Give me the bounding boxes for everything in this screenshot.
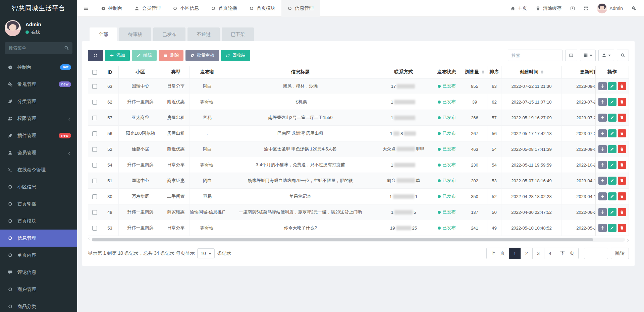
scroll-left-icon[interactable] — [88, 238, 92, 242]
columns-button[interactable] — [580, 50, 596, 61]
move-button[interactable] — [598, 114, 607, 122]
delete-row-button[interactable] — [618, 129, 626, 137]
delete-row-button[interactable] — [618, 82, 626, 90]
move-button[interactable] — [598, 177, 607, 185]
next-page-button[interactable]: 下一页 — [556, 248, 579, 259]
page-button-4[interactable]: 4 — [544, 248, 556, 259]
export-button[interactable] — [598, 50, 614, 61]
edit-row-button[interactable] — [608, 98, 616, 106]
scrollbar-thumb[interactable] — [92, 238, 593, 241]
sidebar-item-8[interactable]: 小区信息 — [0, 178, 77, 195]
column-header-created[interactable]: 创建时间 — [501, 66, 562, 78]
delete-row-button[interactable] — [618, 208, 626, 216]
move-button[interactable] — [598, 208, 607, 216]
move-button[interactable] — [598, 98, 607, 106]
batch-audit-button[interactable]: 批量审核 — [185, 50, 219, 61]
row-checkbox[interactable] — [92, 210, 97, 215]
sidebar-item-9[interactable]: 首页轮播 — [0, 195, 77, 212]
menu-toggle-button[interactable] — [77, 0, 95, 17]
edit-row-button[interactable] — [608, 192, 616, 200]
row-checkbox[interactable] — [92, 100, 97, 105]
delete-button[interactable]: 删除 — [159, 50, 183, 61]
edit-row-button[interactable] — [608, 145, 616, 153]
move-button[interactable] — [598, 145, 607, 153]
filter-tab-4[interactable]: 不通过 — [187, 27, 220, 41]
edit-row-button[interactable] — [608, 224, 616, 232]
column-header-views[interactable]: 浏览量 — [462, 66, 487, 78]
row-checkbox[interactable] — [92, 179, 97, 183]
sidebar-item-11[interactable]: 信息管理 — [0, 230, 77, 247]
move-button[interactable] — [598, 161, 607, 169]
table-search-input[interactable] — [508, 50, 562, 61]
filter-tab-2[interactable]: 待审核 — [119, 27, 151, 41]
sidebar-item-5[interactable]: 插件管理new — [0, 127, 77, 144]
nav-tab-3[interactable]: 小区信息 — [167, 0, 205, 17]
sidebar-item-3[interactable]: 分类管理 — [0, 93, 77, 110]
row-checkbox[interactable] — [92, 226, 97, 231]
filter-tab-1[interactable]: 全部 — [90, 27, 117, 41]
sidebar-item-15[interactable]: 商品分类 — [0, 298, 77, 312]
delete-row-button[interactable] — [618, 192, 626, 200]
select-all-checkbox[interactable] — [92, 70, 97, 75]
settings-button[interactable] — [627, 0, 641, 17]
delete-row-button[interactable] — [618, 224, 626, 232]
row-checkbox[interactable] — [92, 84, 97, 89]
move-button[interactable] — [598, 224, 607, 232]
sidebar-item-10[interactable]: 首页模块 — [0, 212, 77, 230]
edit-row-button[interactable] — [608, 114, 616, 122]
edit-row-button[interactable] — [608, 129, 616, 137]
nav-tab-5[interactable]: 首页模块 — [243, 0, 281, 17]
jump-button[interactable]: 跳转 — [611, 248, 629, 259]
nav-tab-6[interactable]: 信息管理 — [281, 0, 320, 17]
scrollbar-track[interactable] — [92, 238, 625, 242]
refresh-button[interactable] — [88, 50, 103, 61]
filter-tab-5[interactable]: 已下架 — [222, 27, 254, 41]
home-button[interactable]: 主页 — [506, 0, 531, 17]
move-button[interactable] — [598, 129, 607, 137]
page-button-3[interactable]: 3 — [532, 248, 544, 259]
prev-page-button[interactable]: 上一页 — [486, 248, 509, 259]
move-button[interactable] — [598, 192, 607, 200]
page-size-select[interactable]: 10 — [197, 248, 215, 258]
menu-search-input[interactable] — [5, 42, 72, 54]
sidebar-item-7[interactable]: 在线命令管理 — [0, 161, 77, 178]
sidebar-item-12[interactable]: 单页内容 — [0, 247, 77, 264]
sidebar-item-14[interactable]: 商户管理 — [0, 281, 77, 298]
edit-button[interactable]: 编辑 — [132, 50, 157, 61]
delete-row-button[interactable] — [618, 114, 626, 122]
fullscreen-button[interactable] — [579, 0, 593, 17]
edit-row-button[interactable] — [608, 177, 616, 185]
delete-row-button[interactable] — [618, 98, 626, 106]
scroll-right-icon[interactable] — [625, 238, 629, 242]
sidebar-item-2[interactable]: 常规管理new — [0, 76, 77, 93]
nav-tab-4[interactable]: 首页轮播 — [205, 0, 243, 17]
account-menu[interactable]: Admin — [593, 0, 627, 17]
clear-cache-button[interactable]: 清除缓存 — [531, 0, 566, 17]
edit-row-button[interactable] — [608, 208, 616, 216]
recycle-button[interactable]: 回收站 — [221, 50, 250, 61]
filter-tab-3[interactable]: 已发布 — [153, 27, 185, 41]
jump-page-input[interactable] — [584, 248, 608, 259]
delete-row-button[interactable] — [618, 161, 626, 169]
nav-tab-1[interactable]: 控制台 — [95, 0, 128, 17]
edit-row-button[interactable] — [608, 82, 616, 90]
edit-row-button[interactable] — [608, 161, 616, 169]
add-button[interactable]: 添加 — [105, 50, 130, 61]
sidebar-item-1[interactable]: 控制台hot — [0, 59, 77, 76]
sidebar-item-13[interactable]: 评论信息 — [0, 264, 77, 281]
move-button[interactable] — [598, 82, 607, 90]
delete-row-button[interactable] — [618, 145, 626, 153]
row-checkbox[interactable] — [92, 147, 97, 152]
row-checkbox[interactable] — [92, 194, 97, 199]
nav-tab-2[interactable]: 会员管理 — [128, 0, 167, 17]
sidebar-item-4[interactable]: 权限管理 — [0, 110, 77, 127]
page-button-1[interactable]: 1 — [509, 248, 521, 259]
row-checkbox[interactable] — [92, 116, 97, 120]
user-avatar[interactable] — [5, 20, 21, 36]
toggle-view-button[interactable] — [565, 50, 577, 61]
page-button-2[interactable]: 2 — [521, 248, 533, 259]
sidebar-item-6[interactable]: 会员管理 — [0, 144, 77, 161]
language-button[interactable]: A — [566, 0, 579, 17]
row-checkbox[interactable] — [92, 131, 97, 136]
delete-row-button[interactable] — [618, 177, 626, 185]
